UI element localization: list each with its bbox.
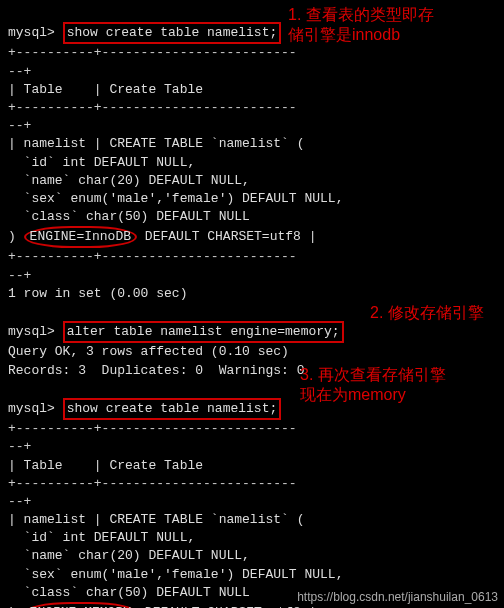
create-line: `id` int DEFAULT NULL,	[8, 530, 195, 545]
separator: --+	[8, 118, 31, 133]
alter-output: Records: 3 Duplicates: 0 Warnings: 0	[8, 363, 304, 378]
alter-output: Query OK, 3 rows affected (0.10 sec)	[8, 344, 289, 359]
create-line: `id` int DEFAULT NULL,	[8, 155, 195, 170]
create-line: `class` char(50) DEFAULT NULL	[8, 209, 250, 224]
cmd3: show create table namelist;	[67, 401, 278, 416]
separator: +----------+-------------------------	[8, 421, 297, 436]
create-line: `sex` enum('male','female') DEFAULT NULL…	[8, 191, 343, 206]
separator: --+	[8, 494, 31, 509]
annotation-3b: 现在为memory	[300, 384, 406, 406]
create-line: | namelist | CREATE TABLE `namelist` (	[8, 136, 304, 151]
prompt: mysql>	[8, 324, 55, 339]
cmd1: show create table namelist;	[67, 25, 278, 40]
separator: +----------+-------------------------	[8, 100, 297, 115]
engine2-highlight: ENGINE=MEMORY	[24, 602, 137, 608]
annotation-2: 2. 修改存储引擎	[370, 302, 484, 324]
cmd2-highlight: alter table namelist engine=memory;	[63, 321, 344, 343]
watermark: https://blog.csdn.net/jianshuilan_0613	[297, 589, 498, 606]
separator: --+	[8, 64, 31, 79]
annotation-1b: 储引擎是innodb	[288, 24, 400, 46]
separator: +----------+-------------------------	[8, 249, 297, 264]
separator: --+	[8, 439, 31, 454]
cmd3-highlight: show create table namelist;	[63, 398, 282, 420]
separator: +----------+-------------------------	[8, 476, 297, 491]
cmd2: alter table namelist engine=memory;	[67, 324, 340, 339]
create-line: | namelist | CREATE TABLE `namelist` (	[8, 512, 304, 527]
create-line: `class` char(50) DEFAULT NULL	[8, 585, 250, 600]
engine1: ENGINE=InnoDB	[30, 229, 131, 244]
create-line: `name` char(20) DEFAULT NULL,	[8, 548, 250, 563]
separator: --+	[8, 268, 31, 283]
create-line: `name` char(20) DEFAULT NULL,	[8, 173, 250, 188]
prompt: mysql>	[8, 401, 55, 416]
cmd1-highlight: show create table namelist;	[63, 22, 282, 44]
engine1-highlight: ENGINE=InnoDB	[24, 226, 137, 248]
row-count: 1 row in set (0.00 sec)	[8, 286, 187, 301]
create-tail: DEFAULT CHARSET=utf8 |	[137, 229, 316, 244]
header-row: | Table | Create Table	[8, 458, 203, 473]
header-row: | Table | Create Table	[8, 82, 203, 97]
separator: +----------+-------------------------	[8, 45, 297, 60]
create-line: `sex` enum('male','female') DEFAULT NULL…	[8, 567, 343, 582]
prompt: mysql>	[8, 25, 55, 40]
